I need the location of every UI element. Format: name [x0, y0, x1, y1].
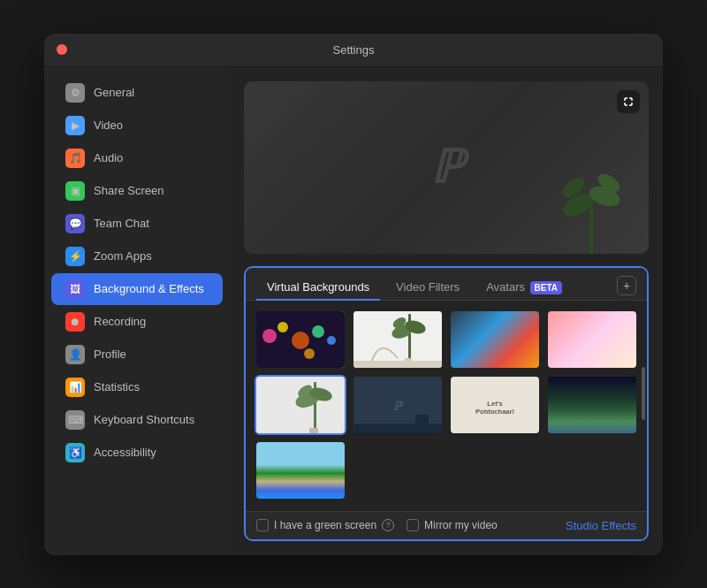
sidebar-item-share-screen[interactable]: ▣ Share Screen: [51, 175, 223, 207]
sidebar-item-zoom-apps[interactable]: ⚡ Zoom Apps: [51, 241, 223, 272]
mirror-video-checkbox[interactable]: [407, 519, 419, 531]
scrollbar-thumb: [642, 367, 645, 420]
profile-icon: 👤: [65, 345, 85, 364]
green-screen-info-icon[interactable]: ?: [382, 519, 394, 531]
add-background-button[interactable]: +: [617, 276, 636, 295]
svg-rect-13: [408, 314, 411, 358]
sidebar-label-keyboard: Keyboard Shortcuts: [94, 413, 194, 426]
statistics-icon: 📊: [65, 378, 85, 397]
background-thumbnail-2[interactable]: [352, 309, 444, 370]
sidebar: ⚙ General ▶ Video 🎵 Audio ▣ Share Screen…: [44, 67, 230, 555]
mirror-video-label: Mirror my video: [424, 519, 498, 531]
sidebar-label-team-chat: Team Chat: [94, 217, 149, 230]
svg-text:Let's: Let's: [487, 399, 502, 407]
tab-virtual-backgrounds[interactable]: Virtual Backgrounds: [256, 275, 380, 301]
title-bar: Settings: [44, 34, 663, 67]
background-thumbnail-3[interactable]: [449, 309, 541, 370]
svg-rect-18: [354, 361, 442, 368]
accessibility-icon: ♿: [65, 443, 85, 462]
background-thumbnail-7[interactable]: Let's Pohtochaar!: [449, 375, 541, 435]
bottom-bar: I have a green screen ? Mirror my video …: [246, 511, 647, 539]
sidebar-label-statistics: Statistics: [94, 380, 140, 393]
sidebar-item-recording[interactable]: ⏺ Recording: [51, 306, 223, 338]
plant-decoration: [560, 157, 622, 254]
backgrounds-panel: Virtual Backgrounds Video Filters Avatar…: [244, 266, 649, 541]
preview-content: ℙ: [244, 81, 649, 254]
team-chat-icon: 💬: [65, 214, 85, 233]
sidebar-item-background-effects[interactable]: 🖼 Background & Effects: [51, 273, 223, 305]
background-thumbnail-6[interactable]: ℙ: [352, 375, 444, 435]
maximize-button[interactable]: [90, 44, 101, 55]
settings-window: Settings ⚙ General ▶ Video 🎵 Audio ▣ Sha…: [44, 34, 663, 555]
content-area: ℙ: [230, 67, 663, 555]
general-icon: ⚙: [65, 83, 85, 103]
sidebar-label-zoom-apps: Zoom Apps: [94, 249, 152, 263]
scrollbar[interactable]: [642, 309, 645, 502]
svg-point-7: [277, 322, 288, 332]
traffic-lights: [57, 44, 101, 55]
sidebar-label-general: General: [94, 86, 134, 99]
sidebar-label-video: Video: [94, 118, 123, 132]
sidebar-label-recording: Recording: [94, 315, 146, 328]
minimize-button[interactable]: [73, 44, 84, 55]
studio-effects-button[interactable]: Studio Effects: [566, 519, 636, 532]
background-thumbnail-1[interactable]: [255, 309, 346, 370]
close-button[interactable]: [57, 44, 67, 55]
sidebar-label-share: Share Screen: [94, 184, 164, 197]
sidebar-item-team-chat[interactable]: 💬 Team Chat: [51, 208, 223, 240]
sidebar-item-general[interactable]: ⚙ General: [51, 77, 223, 109]
sidebar-item-video[interactable]: ▶ Video: [51, 110, 223, 141]
sidebar-item-audio[interactable]: 🎵 Audio: [51, 142, 223, 174]
audio-icon: 🎵: [65, 149, 85, 168]
tab-video-filters[interactable]: Video Filters: [385, 275, 470, 301]
backgrounds-grid: ℙ Let's Pohtochaa: [246, 301, 647, 509]
tab-avatars[interactable]: Avatars BETA: [475, 275, 573, 301]
svg-text:Pohtochaar!: Pohtochaar!: [475, 408, 514, 416]
svg-point-6: [262, 329, 277, 343]
svg-rect-27: [354, 424, 442, 433]
sidebar-item-keyboard-shortcuts[interactable]: ⌨ Keyboard Shortcuts: [51, 404, 223, 436]
svg-point-8: [292, 332, 309, 349]
recording-icon: ⏺: [65, 312, 85, 332]
keyboard-shortcuts-icon: ⌨: [65, 410, 85, 430]
preview-logo: ℙ: [430, 141, 462, 194]
sidebar-label-audio: Audio: [94, 151, 123, 164]
svg-point-9: [312, 325, 324, 338]
sidebar-label-background: Background & Effects: [94, 282, 204, 295]
background-thumbnail-8[interactable]: [546, 375, 638, 435]
background-effects-icon: 🖼: [65, 279, 85, 299]
sidebar-item-profile[interactable]: 👤 Profile: [51, 339, 223, 370]
zoom-apps-icon: ⚡: [65, 247, 85, 266]
svg-point-11: [304, 348, 315, 359]
sidebar-item-statistics[interactable]: 📊 Statistics: [51, 371, 223, 403]
sidebar-item-accessibility[interactable]: ♿ Accessibility: [51, 437, 223, 469]
svg-rect-24: [309, 428, 318, 433]
background-thumbnail-5[interactable]: [255, 375, 346, 435]
mirror-video-checkbox-item[interactable]: Mirror my video: [407, 519, 498, 531]
preview-area: ℙ: [244, 81, 649, 254]
background-thumbnail-9[interactable]: [255, 440, 346, 500]
sidebar-label-accessibility: Accessibility: [94, 446, 156, 459]
main-content: ⚙ General ▶ Video 🎵 Audio ▣ Share Screen…: [44, 67, 663, 555]
background-thumbnail-4[interactable]: [546, 309, 638, 370]
green-screen-checkbox-item[interactable]: I have a green screen ?: [256, 519, 394, 531]
window-title: Settings: [333, 43, 375, 57]
sidebar-label-profile: Profile: [94, 347, 126, 361]
video-icon: ▶: [65, 116, 85, 135]
preview-expand-button[interactable]: [617, 90, 640, 113]
beta-badge: BETA: [530, 281, 562, 294]
green-screen-checkbox[interactable]: [256, 519, 269, 531]
svg-point-10: [327, 336, 336, 345]
share-screen-icon: ▣: [65, 181, 85, 201]
tabs-bar: Virtual Backgrounds Video Filters Avatar…: [246, 268, 647, 301]
green-screen-label: I have a green screen: [274, 519, 376, 531]
svg-rect-28: [415, 415, 429, 424]
